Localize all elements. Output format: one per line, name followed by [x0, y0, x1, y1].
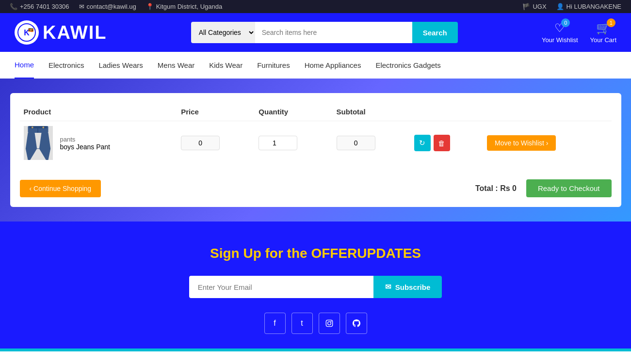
user-item[interactable]: 👤 Hi LUBANGAKENE: [556, 3, 621, 10]
price-cell: [177, 121, 255, 165]
email-icon: ✉: [79, 3, 84, 10]
logo[interactable]: K 🇺🇬 KAWIL: [15, 20, 107, 45]
cart-label: Your Cart: [590, 36, 616, 44]
footer-signup: Sign Up for the OFFERUPDATES ✉ Subscribe…: [0, 222, 631, 348]
checkout-button[interactable]: Ready to Checkout: [526, 179, 612, 197]
svg-rect-11: [326, 320, 332, 326]
social-links: f t: [10, 313, 621, 334]
main-nav: Home Electronics Ladies Wears Mens Wear …: [0, 52, 631, 79]
phone-icon: 📞: [10, 3, 17, 10]
cart-table: Product Price Quantity Subtotal: [20, 103, 612, 165]
flag-icon: 🏴: [522, 3, 530, 10]
svg-point-13: [330, 321, 331, 322]
location-icon: 📍: [146, 3, 154, 10]
signup-text: Sign Up for the: [210, 246, 311, 261]
top-bar-right: 🏴 UGX 👤 Hi LUBANGAKENE: [522, 3, 621, 10]
facebook-button[interactable]: f: [264, 313, 286, 334]
phone-item: 📞 +256 7401 30306: [10, 3, 69, 10]
product-image: [24, 126, 53, 160]
subtotal-cell: [333, 121, 410, 165]
col-wishlist: [483, 103, 612, 121]
header-actions: ♡ 0 Your Wishlist 🛒 1 Your Cart: [542, 21, 616, 44]
wishlist-label: Your Wishlist: [542, 36, 578, 44]
action-cell: ↻ 🗑: [410, 121, 483, 165]
github-button[interactable]: [346, 313, 367, 334]
currency-item[interactable]: 🏴 UGX: [522, 3, 546, 10]
wishlist-badge: 0: [561, 18, 570, 27]
nav-mens-wear[interactable]: Mens Wear: [158, 52, 194, 78]
total-label: Total : Rs 0: [475, 184, 517, 193]
product-name: boys Jeans Pant: [60, 143, 111, 151]
total-section: Total : Rs 0 Ready to Checkout: [475, 179, 612, 197]
quantity-input[interactable]: [259, 136, 297, 150]
subscribe-button[interactable]: ✉ Subscribe: [373, 276, 442, 298]
phone-number: +256 7401 30306: [20, 3, 69, 10]
svg-point-12: [327, 322, 331, 325]
email-form: ✉ Subscribe: [10, 276, 621, 298]
email-input[interactable]: [189, 276, 373, 298]
col-subtotal: Subtotal: [333, 103, 410, 121]
location-text: Kitgum District, Uganda: [156, 3, 223, 10]
nav-ladies-wears[interactable]: Ladies Wears: [98, 52, 143, 78]
action-buttons: ↻ 🗑: [414, 135, 479, 151]
svg-text:🇺🇬: 🇺🇬: [28, 27, 34, 33]
price-input[interactable]: [181, 136, 220, 150]
wishlist-cell: Move to Wishlist ›: [483, 121, 612, 165]
quantity-cell: [255, 121, 332, 165]
top-bar: 📞 +256 7401 30306 ✉ contact@kawil.ug 📍 K…: [0, 0, 631, 13]
main-background: Product Price Quantity Subtotal: [0, 79, 631, 222]
nav-electronics-gadgets[interactable]: Electronics Gadgets: [375, 52, 440, 78]
cart-container: Product Price Quantity Subtotal: [10, 93, 621, 207]
product-cell: pants boys Jeans Pant: [20, 121, 178, 165]
user-name: Hi LUBANGAKENE: [566, 3, 621, 10]
svg-point-10: [42, 127, 44, 128]
refresh-button[interactable]: ↻: [414, 135, 431, 151]
nav-home-appliances[interactable]: Home Appliances: [305, 52, 361, 78]
signup-heading: Sign Up for the OFFERUPDATES: [10, 246, 621, 261]
col-price: Price: [177, 103, 255, 121]
signup-highlight: OFFERUPDATES: [311, 246, 421, 261]
email-item: ✉ contact@kawil.ug: [79, 3, 136, 10]
subscribe-label: Subscribe: [395, 283, 431, 291]
header: K 🇺🇬 KAWIL All Categories Search ♡ 0 You…: [0, 13, 631, 52]
move-to-wishlist-button[interactable]: Move to Wishlist ›: [487, 135, 556, 151]
instagram-button[interactable]: [319, 313, 340, 334]
table-row: pants boys Jeans Pant: [20, 121, 612, 165]
nav-kids-wear[interactable]: Kids Wear: [209, 52, 243, 78]
delete-button[interactable]: 🗑: [434, 135, 450, 151]
continue-shopping-button[interactable]: ‹ Continue Shopping: [20, 180, 101, 197]
twitter-button[interactable]: t: [291, 313, 313, 334]
search-bar: All Categories Search: [191, 22, 458, 43]
nav-home[interactable]: Home: [15, 52, 34, 79]
search-input[interactable]: [255, 22, 412, 43]
category-select[interactable]: All Categories: [191, 22, 255, 43]
cart-footer: ‹ Continue Shopping Total : Rs 0 Ready t…: [20, 174, 612, 197]
svg-point-9: [32, 127, 33, 128]
search-button[interactable]: Search: [412, 22, 458, 43]
svg-marker-4: [26, 133, 37, 160]
user-icon: 👤: [556, 3, 564, 10]
location-item: 📍 Kitgum District, Uganda: [146, 3, 223, 10]
product-category: pants: [60, 136, 111, 143]
col-actions: [410, 103, 483, 121]
subtotal-input[interactable]: [337, 136, 375, 150]
col-quantity: Quantity: [255, 103, 332, 121]
bottom-bar: [0, 348, 631, 351]
cart-badge: 1: [607, 18, 615, 27]
svg-marker-5: [39, 133, 50, 160]
wishlist-action[interactable]: ♡ 0 Your Wishlist: [542, 21, 578, 44]
logo-icon: K 🇺🇬: [15, 20, 39, 45]
nav-electronics[interactable]: Electronics: [49, 52, 84, 78]
col-product: Product: [20, 103, 178, 121]
cart-action[interactable]: 🛒 1 Your Cart: [590, 21, 616, 44]
nav-furnitures[interactable]: Furnitures: [257, 52, 290, 78]
email-address: contact@kawil.ug: [87, 3, 136, 10]
currency-label: UGX: [533, 3, 546, 10]
cart-icon-wrap: 🛒 1: [596, 21, 611, 35]
envelope-icon: ✉: [385, 283, 391, 291]
wishlist-icon-wrap: ♡ 0: [554, 21, 565, 35]
top-bar-left: 📞 +256 7401 30306 ✉ contact@kawil.ug 📍 K…: [10, 3, 222, 10]
logo-text: KAWIL: [43, 22, 107, 43]
